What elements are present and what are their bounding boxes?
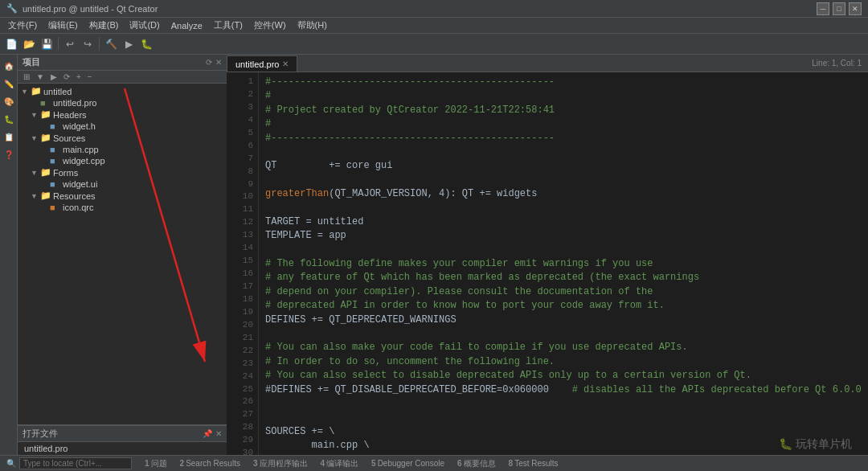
status-tab-6-label: 概要信息: [464, 458, 496, 469]
status-tab-6[interactable]: 6 概要信息: [457, 458, 496, 469]
status-tab-2-number: 2: [180, 459, 185, 468]
tree-icon-headers: 📁: [40, 109, 51, 120]
status-tab-6-number: 6: [457, 459, 462, 468]
status-search: 🔍: [6, 457, 132, 469]
status-tab-8[interactable]: 8 Test Results: [509, 459, 559, 468]
code-editor[interactable]: 12345 678910 1112131415 1617181920 21222…: [227, 72, 868, 455]
tree-label-widget-h: widget.h: [63, 121, 96, 131]
toolbar-new[interactable]: 📄: [3, 36, 19, 52]
status-tab-5-label: Debugger Console: [378, 459, 444, 468]
sidebar-welcome-icon[interactable]: 🏠: [1, 58, 17, 74]
open-files-close-icon[interactable]: ✕: [215, 429, 222, 438]
toolbar-save[interactable]: 💾: [39, 36, 55, 52]
editor-area: untitled.pro ✕ Line: 1, Col: 1 12345 678…: [227, 55, 868, 455]
tree-item-sources[interactable]: ▼ 📁 Sources: [18, 132, 227, 144]
main-layout: 🏠 ✏️ 🎨 🐛 📋 ❓ 项目 ⟳ ✕ ⊞ ▼ ▶ ⟳ + −: [0, 55, 868, 455]
toolbar-build[interactable]: 🔨: [103, 36, 119, 52]
sidebar-debug-icon[interactable]: 🐛: [1, 111, 17, 127]
tab-label-untitled-pro: untitled.pro: [235, 59, 279, 69]
tree-label-headers: Headers: [53, 110, 87, 120]
title-bar: 🔧 untitled.pro @ untitled - Qt Creator ─…: [0, 0, 868, 18]
tree-label-untitled-pro: untitled.pro: [53, 98, 96, 108]
tree-item-widget-ui[interactable]: ■ widget.ui: [18, 178, 227, 190]
tree-item-forms[interactable]: ▼ 📁 Forms: [18, 166, 227, 178]
menu-window[interactable]: 控件(W): [249, 18, 291, 32]
status-tab-1[interactable]: 1 问题: [145, 458, 167, 469]
toolbar-open[interactable]: 📂: [21, 36, 37, 52]
menu-file[interactable]: 文件(F): [3, 18, 42, 32]
tree-icon-forms: 📁: [40, 167, 51, 178]
status-tab-4[interactable]: 4 编译输出: [321, 458, 359, 469]
code-content[interactable]: #---------------------------------------…: [259, 72, 868, 455]
tab-close-untitled-pro[interactable]: ✕: [282, 59, 289, 68]
tree-arrow-resources: ▼: [31, 192, 40, 200]
editor-status-info: Line: 1, Col: 1: [805, 57, 868, 69]
panel-sync-icon[interactable]: ⟳: [206, 58, 212, 67]
maximize-button[interactable]: □: [833, 2, 845, 15]
tree-icon-widget-ui: ■: [50, 179, 61, 189]
toolbar: 📄 📂 💾 ↩ ↪ 🔨 ▶ 🐛: [0, 34, 868, 55]
sidebar-project-icon[interactable]: 📋: [1, 129, 17, 145]
panel-toolbar: ⊞ ▼ ▶ ⟳ + −: [18, 71, 227, 84]
title-bar-controls[interactable]: ─ □ ✕: [817, 2, 862, 15]
window-title: untitled.pro @ untitled - Qt Creator: [23, 4, 158, 14]
tree-item-headers[interactable]: ▼ 📁 Headers: [18, 109, 227, 121]
status-tab-4-number: 4: [321, 459, 326, 468]
minimize-button[interactable]: ─: [817, 2, 829, 15]
toolbar-redo[interactable]: ↪: [80, 36, 96, 52]
menu-debug[interactable]: 调试(D): [125, 18, 164, 32]
open-files-header: 打开文件 📌 ✕: [18, 425, 227, 442]
panel-sync-btn[interactable]: ⟳: [61, 72, 72, 82]
tree-icon-resources: 📁: [40, 190, 51, 201]
menu-edit[interactable]: 编辑(E): [43, 18, 83, 32]
search-input[interactable]: [19, 457, 132, 469]
tree-icon-icon-qrc: ■: [50, 203, 61, 212]
sidebar-help-icon[interactable]: ❓: [1, 146, 17, 162]
tree-item-untitled-pro[interactable]: ■ untitled.pro: [18, 97, 227, 109]
panel-expand-btn[interactable]: ▶: [48, 72, 59, 82]
close-button[interactable]: ✕: [849, 2, 862, 15]
status-tab-1-label: 问题: [151, 458, 167, 469]
status-tab-5-number: 5: [371, 459, 376, 468]
menu-build[interactable]: 构建(B): [84, 18, 124, 32]
tree-label-main-cpp: main.cpp: [63, 145, 99, 154]
tree-item-main-cpp[interactable]: ■ main.cpp: [18, 144, 227, 155]
open-files-panel: 打开文件 📌 ✕ untitled.pro: [18, 424, 227, 455]
status-bar: 🔍 1 问题 2 Search Results 3 应用程序输出 4 编译输出 …: [0, 455, 868, 471]
panel-filter-btn[interactable]: ⊞: [21, 72, 32, 82]
toolbar-run[interactable]: ▶: [121, 36, 137, 52]
tree-icon-main-cpp: ■: [50, 145, 61, 154]
menu-analyze[interactable]: Analyze: [166, 20, 207, 31]
panel-remove-btn[interactable]: −: [85, 72, 95, 82]
tree-item-widget-h[interactable]: ■ widget.h: [18, 121, 227, 132]
open-files-pin-icon[interactable]: 📌: [203, 429, 212, 438]
status-tab-2[interactable]: 2 Search Results: [180, 459, 240, 468]
toolbar-undo[interactable]: ↩: [62, 36, 78, 52]
open-file-untitled-pro[interactable]: untitled.pro: [18, 442, 227, 455]
toolbar-debug[interactable]: 🐛: [138, 36, 154, 52]
tree-item-resources[interactable]: ▼ 📁 Resources: [18, 190, 227, 202]
editor-tab-untitled-pro[interactable]: untitled.pro ✕: [227, 55, 297, 72]
search-icon: 🔍: [6, 459, 16, 468]
status-tab-5[interactable]: 5 Debugger Console: [371, 459, 444, 468]
tree-item-untitled[interactable]: ▼ 📁 untitled: [18, 85, 227, 97]
panel-collapse-btn[interactable]: ▼: [34, 72, 47, 82]
status-tab-8-number: 8: [509, 459, 514, 468]
panel-close-icon[interactable]: ✕: [215, 58, 222, 67]
tree-item-icon-qrc[interactable]: ■ icon.qrc: [18, 202, 227, 213]
sidebar-edit-icon[interactable]: ✏️: [1, 76, 17, 92]
tree-arrow-headers: ▼: [31, 111, 40, 119]
status-tab-3[interactable]: 3 应用程序输出: [253, 458, 308, 469]
panel-add-btn[interactable]: +: [74, 72, 84, 82]
tree-item-widget-cpp[interactable]: ■ widget.cpp: [18, 155, 227, 166]
menu-help[interactable]: 帮助(H): [293, 18, 332, 32]
file-tree: ▼ 📁 untitled ■ untitled.pro ▼ 📁 Headers: [18, 84, 227, 424]
menu-bar: 文件(F) 编辑(E) 构建(B) 调试(D) Analyze 工具(T) 控件…: [0, 18, 868, 34]
sidebar-design-icon[interactable]: 🎨: [1, 93, 17, 109]
tree-label-untitled: untitled: [43, 87, 72, 96]
toolbar-sep2: [99, 38, 100, 51]
tree-icon-untitled: 📁: [31, 86, 42, 96]
tree-label-sources: Sources: [53, 133, 85, 143]
menu-tools[interactable]: 工具(T): [209, 18, 248, 32]
app-icon: 🔧: [6, 3, 18, 14]
